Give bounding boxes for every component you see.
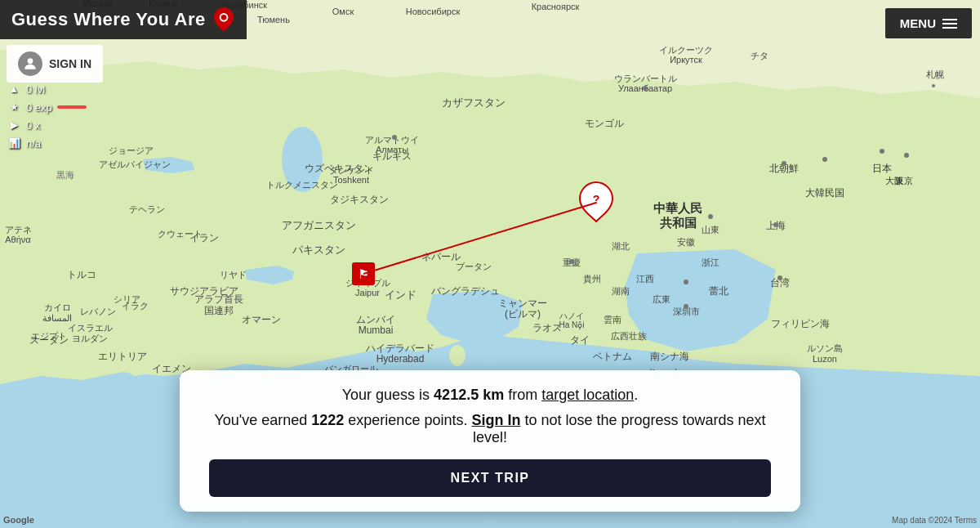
svg-text:アフガニスタン: アフガニスタン — [282, 219, 356, 231]
target-location-link[interactable]: target location — [541, 387, 634, 403]
svg-point-93 — [932, 84, 935, 87]
stat-exp: ★ 0 exp — [7, 100, 87, 114]
result-xp-row: You've earned 1222 experience points. Si… — [209, 412, 771, 446]
svg-point-79 — [904, 153, 909, 158]
sign-in-link[interactable]: Sign In — [471, 412, 520, 428]
svg-text:広東: 広東 — [653, 294, 670, 304]
stats-panel: ▲ 0 lvl ★ 0 exp ▶ 0 x 📊 n/a — [7, 82, 87, 150]
svg-point-78 — [880, 149, 884, 154]
svg-text:札幌: 札幌 — [926, 69, 944, 79]
svg-point-75 — [708, 214, 713, 219]
svg-text:タイ: タイ — [570, 334, 590, 346]
svg-text:南シナ海: 南シナ海 — [650, 351, 689, 362]
svg-text:ハイデラバードHyderabad: ハイデラバードHyderabad — [365, 342, 434, 365]
xp-prefix: You've earned — [214, 412, 311, 428]
menu-label: MENU — [900, 16, 936, 30]
svg-point-83 — [684, 304, 688, 309]
xp-suffix: experience points. — [344, 412, 471, 428]
menu-button[interactable]: MENU — [885, 8, 972, 38]
svg-text:エリトリア: エリトリア — [98, 351, 147, 362]
svg-text:サウジアラビア: サウジアラビア — [170, 285, 238, 297]
svg-text:モンゴル: モンゴル — [585, 118, 624, 129]
svg-text:チタ: チタ — [751, 51, 768, 60]
svg-text:ハノイHa Nội: ハノイHa Nội — [559, 311, 585, 329]
sign-in-label: SIGN IN — [49, 57, 91, 70]
level-value: 0 lvl — [26, 83, 45, 96]
svg-text:江西: 江西 — [636, 274, 654, 284]
level-icon: ▲ — [7, 82, 21, 96]
svg-point-3 — [449, 345, 466, 366]
svg-point-77 — [822, 157, 827, 162]
svg-text:Омск: Омск — [332, 7, 354, 16]
google-label: Google — [3, 515, 34, 525]
app-title: Guess Where You Are — [11, 9, 206, 30]
svg-text:中華人民: 中華人民 — [653, 201, 702, 215]
svg-text:カザフスタン: カザフスタン — [442, 96, 506, 109]
multiplier-icon: ▶ — [7, 118, 21, 132]
svg-text:カイロالمسافة: カイロالمسافة — [42, 302, 72, 323]
svg-text:大阪 東京: 大阪 東京 — [885, 176, 913, 186]
multiplier-value: 0 x — [26, 119, 40, 132]
logo-area: Guess Where You Are — [0, 0, 247, 39]
svg-text:パキスタン: パキスタン — [292, 244, 345, 256]
svg-point-76 — [782, 161, 786, 166]
svg-text:インド: インド — [385, 289, 416, 301]
map-copyright: Map data ©2024 Terms — [892, 516, 977, 525]
sign-in-panel[interactable]: SIGN IN — [7, 45, 103, 83]
next-trip-button[interactable]: NEXT TRIP — [209, 459, 771, 497]
distance-prefix: Your guess is — [342, 387, 434, 403]
svg-text:アゼルバイジャン: アゼルバイジャン — [99, 159, 171, 169]
svg-text:イスラエルヨルダン: イスラエルヨルダン — [68, 323, 113, 343]
svg-point-85 — [392, 135, 397, 140]
hamburger-icon — [942, 19, 957, 29]
distance-value: 4212.5 km — [434, 387, 504, 403]
svg-text:トルクメニスタン: トルクメニスタン — [266, 180, 338, 190]
svg-point-81 — [684, 280, 688, 284]
svg-point-109 — [28, 58, 33, 64]
svg-text:レバノン: レバノン — [80, 307, 116, 316]
svg-text:湖北: 湖北 — [612, 241, 630, 251]
exp-icon: ★ — [7, 100, 21, 114]
svg-text:湖南: 湖南 — [612, 286, 630, 296]
svg-point-80 — [569, 259, 574, 264]
svg-text:黒海: 黒海 — [56, 170, 74, 180]
svg-text:ミャンマー(ビルマ): ミャンマー(ビルマ) — [498, 298, 547, 320]
svg-text:トルコ: トルコ — [67, 269, 96, 280]
svg-text:⚑: ⚑ — [358, 267, 369, 281]
svg-text:ネパール: ネパール — [421, 251, 461, 262]
svg-text:山東: 山東 — [702, 225, 719, 235]
logo-pin-icon — [212, 7, 235, 33]
svg-text:ベトナム: ベトナム — [593, 351, 632, 362]
exp-bar — [57, 105, 87, 109]
stat-multiplier: ▶ 0 x — [7, 118, 87, 132]
svg-text:クウェート: クウェート — [158, 229, 203, 239]
stat-level: ▲ 0 lvl — [7, 82, 87, 96]
svg-text:エジプト: エジプト — [31, 331, 67, 341]
svg-text:広西壮族: 広西壮族 — [611, 331, 647, 341]
user-avatar — [18, 51, 42, 76]
svg-text:共和国: 共和国 — [660, 216, 697, 230]
distance-from: from — [504, 387, 541, 403]
svg-point-108 — [220, 15, 226, 20]
svg-text:Тюмень: Тюмень — [257, 15, 290, 25]
svg-text:フィリピン海: フィリピン海 — [771, 318, 830, 329]
svg-text:日本: 日本 — [872, 163, 892, 174]
result-panel: Your guess is 4212.5 km from target loca… — [180, 370, 800, 512]
svg-text:Красноярск: Красноярск — [532, 2, 580, 11]
map-container[interactable]: カザフスタン モンゴル 中華人民 共和国 インド アラブ首長国連邦 リヤド サウ… — [0, 0, 980, 528]
svg-text:タジキスタン: タジキスタン — [330, 194, 389, 205]
svg-text:ジョージア: ジョージア — [109, 145, 154, 155]
svg-text:タシケントToshkent: タシケントToshkent — [329, 165, 374, 185]
svg-text:浙江: 浙江 — [702, 257, 719, 267]
svg-text:蕾北: 蕾北 — [709, 285, 728, 297]
header: Guess Where You Are — [0, 0, 247, 39]
rank-value: n/a — [26, 137, 41, 150]
svg-text:アテネΑθήνα: アテネΑθήνα — [5, 225, 32, 244]
svg-text:ラオス: ラオス — [532, 322, 562, 333]
svg-text:雲南: 雲南 — [604, 315, 621, 324]
svg-text:オマーン: オマーン — [242, 314, 281, 325]
result-distance-row: Your guess is 4212.5 km from target loca… — [209, 387, 771, 404]
svg-text:ブータン: ブータン — [456, 262, 492, 271]
svg-text:イラク: イラク — [122, 301, 149, 311]
svg-text:リヤド: リヤド — [220, 270, 247, 280]
